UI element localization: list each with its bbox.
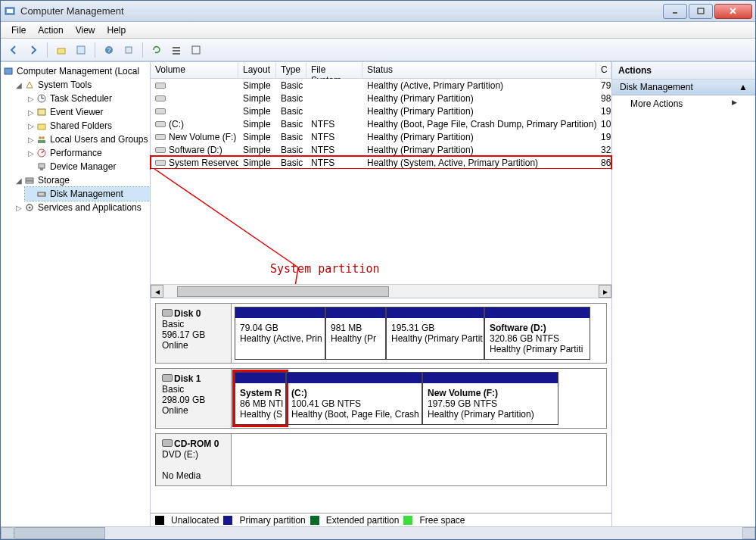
tree-storage[interactable]: ◢ Storage (13, 173, 150, 187)
collapse-icon: ▲ (739, 82, 748, 92)
actions-header: Actions (612, 62, 755, 80)
partition[interactable]: 79.04 GBHealthy (Active, Prin (235, 307, 325, 360)
partition[interactable]: Software (D:)320.86 GB NTFSHealthy (Prim… (484, 307, 590, 360)
col-filesystem[interactable]: File System (306, 62, 362, 78)
close-button[interactable] (714, 4, 752, 19)
window-title: Computer Management (20, 5, 661, 17)
app-icon (4, 5, 16, 17)
svg-rect-27 (40, 168, 43, 170)
actions-pane: Actions Disk Management ▲ More Actions (611, 62, 755, 526)
svg-rect-19 (38, 109, 45, 115)
content-pane: Volume Layout Type File System Status C … (151, 62, 611, 526)
actions-more[interactable]: More Actions (612, 95, 755, 112)
col-status[interactable]: Status (362, 62, 596, 78)
svg-rect-29 (26, 181, 33, 183)
volume-list[interactable]: SimpleBasicHealthy (Active, Primary Part… (151, 79, 611, 169)
svg-rect-1 (7, 9, 13, 13)
svg-point-33 (29, 207, 31, 209)
actions-section-disk-management[interactable]: Disk Management ▲ (612, 80, 755, 95)
menu-action[interactable]: Action (32, 23, 69, 37)
up-icon[interactable] (53, 42, 70, 58)
svg-point-21 (39, 136, 42, 139)
svg-rect-3 (698, 8, 704, 14)
disk-block[interactable]: Disk 1Basic298.09 GBOnlineSystem R86 MB … (155, 368, 607, 429)
toolbar: ? (1, 39, 755, 61)
volume-scrollbar[interactable]: ◂ ▸ (151, 284, 611, 298)
svg-rect-6 (58, 48, 65, 54)
col-volume[interactable]: Volume (151, 62, 238, 78)
svg-rect-13 (173, 53, 180, 55)
tree-root[interactable]: Computer Management (Local (1, 64, 150, 78)
svg-rect-10 (126, 47, 132, 53)
tree-system-tools[interactable]: ◢ System Tools (13, 78, 150, 92)
tree-local-users[interactable]: ▷Local Users and Groups (25, 133, 150, 146)
volume-row[interactable]: Software (D:)SimpleBasicNTFSHealthy (Pri… (151, 143, 611, 156)
col-layout[interactable]: Layout (238, 62, 276, 78)
volume-row[interactable]: SimpleBasicHealthy (Primary Partition)98 (151, 92, 611, 105)
volume-row[interactable]: New Volume (F:)SimpleBasicNTFSHealthy (P… (151, 130, 611, 143)
svg-line-34 (154, 169, 298, 267)
tree-disk-management[interactable]: Disk Management (25, 187, 150, 201)
tree-device-manager[interactable]: Device Manager (25, 160, 150, 173)
partition[interactable]: (C:)100.41 GB NTFSHealthy (Boot, Page Fi… (286, 372, 422, 425)
minimize-button[interactable] (663, 4, 687, 19)
list-icon[interactable] (168, 42, 185, 58)
volume-row[interactable]: (C:)SimpleBasicNTFSHealthy (Boot, Page F… (151, 117, 611, 130)
tree-services-apps[interactable]: ▷ Services and Applications (13, 201, 150, 214)
tree-performance[interactable]: ▷Performance (25, 146, 150, 160)
menu-help[interactable]: Help (101, 23, 132, 37)
properties-icon[interactable] (73, 42, 89, 58)
navigation-tree[interactable]: Computer Management (Local ◢ System Tool… (1, 62, 151, 526)
partition[interactable]: System R86 MB NTIHealthy (S (235, 372, 286, 425)
tool-icon[interactable] (188, 42, 204, 58)
disk-block[interactable]: Disk 0Basic596.17 GBOnline79.04 GBHealth… (155, 303, 607, 364)
forward-button[interactable] (25, 42, 42, 58)
volume-row[interactable]: SimpleBasicHealthy (Primary Partition)19 (151, 105, 611, 117)
title-bar: Computer Management (1, 1, 755, 22)
volume-list-header[interactable]: Volume Layout Type File System Status C (151, 62, 611, 79)
svg-rect-12 (173, 50, 180, 52)
legend: Unallocated Primary partition Extended p… (151, 513, 611, 526)
svg-rect-7 (77, 46, 85, 54)
svg-point-22 (42, 136, 45, 139)
menu-view[interactable]: View (70, 23, 101, 37)
partition[interactable]: 981 MBHealthy (Pr (325, 307, 386, 360)
svg-rect-28 (26, 178, 33, 180)
tree-task-scheduler[interactable]: ▷Task Scheduler (25, 92, 150, 105)
svg-rect-14 (192, 46, 200, 54)
volume-row[interactable]: SimpleBasicHealthy (Active, Primary Part… (151, 79, 611, 92)
help-icon[interactable]: ? (101, 42, 117, 58)
tree-event-viewer[interactable]: ▷Event Viewer (25, 105, 150, 119)
svg-rect-26 (39, 164, 45, 168)
svg-text:?: ? (107, 46, 110, 54)
svg-rect-15 (5, 68, 12, 74)
svg-rect-23 (38, 140, 45, 143)
svg-point-31 (44, 193, 45, 195)
tree-shared-folders[interactable]: ▷Shared Folders (25, 119, 150, 133)
maximize-button[interactable] (689, 4, 713, 19)
menu-file[interactable]: File (5, 23, 32, 37)
svg-rect-11 (173, 47, 180, 48)
col-capacity[interactable]: C (596, 62, 611, 78)
partition[interactable]: New Volume (F:)197.59 GB NTFSHealthy (Pr… (422, 372, 558, 425)
volume-row[interactable]: System ReservedSimpleBasicNTFSHealthy (S… (151, 156, 611, 169)
svg-rect-20 (38, 124, 45, 130)
outer-scrollbar[interactable] (1, 526, 755, 539)
col-type[interactable]: Type (276, 62, 306, 78)
menu-bar: File Action View Help (1, 22, 755, 39)
partition[interactable]: 195.31 GBHealthy (Primary Partit (386, 307, 484, 360)
settings-icon[interactable] (120, 42, 137, 58)
refresh-icon[interactable] (148, 42, 165, 58)
disk-map[interactable]: Disk 0Basic596.17 GBOnline79.04 GBHealth… (151, 298, 611, 513)
disk-block[interactable]: CD-ROM 0DVD (E:)No Media (155, 433, 607, 486)
back-button[interactable] (5, 42, 22, 58)
annotation-text: System partition (270, 262, 380, 276)
